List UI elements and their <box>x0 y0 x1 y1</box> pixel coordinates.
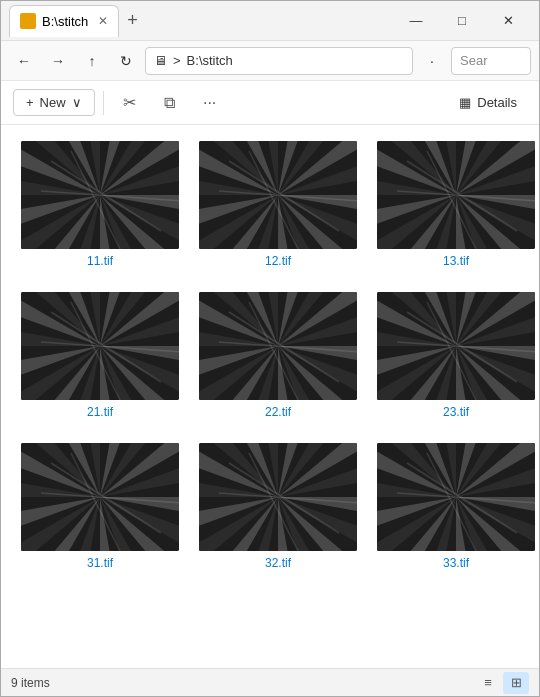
svg-rect-114 <box>199 292 357 400</box>
new-label: New <box>40 95 66 110</box>
computer-icon: 🖥 <box>154 53 167 68</box>
new-button[interactable]: + New ∨ <box>13 89 95 116</box>
tab-close-button[interactable]: ✕ <box>98 14 108 28</box>
file-name: 22.tif <box>265 405 291 419</box>
more-button[interactable]: ··· <box>192 87 228 119</box>
svg-rect-91 <box>21 292 179 400</box>
svg-rect-137 <box>377 292 535 400</box>
file-name: 21.tif <box>87 405 113 419</box>
svg-rect-160 <box>21 443 179 551</box>
cut-button[interactable]: ✂ <box>112 87 148 119</box>
current-tab[interactable]: B:\stitch ✕ <box>9 5 119 37</box>
details-icon: ▦ <box>459 95 471 110</box>
svg-rect-22 <box>21 141 179 249</box>
file-area: 11.tif 12.tif 13.tif 21.tif 22.tif 23.ti… <box>1 125 539 668</box>
tab-label: B:\stitch <box>42 14 88 29</box>
file-item[interactable]: 21.tif <box>17 288 183 423</box>
svg-rect-206 <box>377 443 535 551</box>
window-controls: — □ ✕ <box>393 1 531 41</box>
chevron-icon: > <box>173 53 181 68</box>
file-thumbnail <box>21 292 179 400</box>
list-view-button[interactable]: ≡ <box>475 672 501 694</box>
file-item[interactable]: 33.tif <box>373 439 539 574</box>
file-name: 32.tif <box>265 556 291 570</box>
copy-button[interactable]: ⧉ <box>152 87 188 119</box>
tab-area: B:\stitch ✕ + <box>9 5 393 37</box>
file-name: 23.tif <box>443 405 469 419</box>
file-grid: 11.tif 12.tif 13.tif 21.tif 22.tif 23.ti… <box>17 137 523 574</box>
file-thumbnail <box>21 443 179 551</box>
file-thumbnail <box>199 141 357 249</box>
new-tab-button[interactable]: + <box>127 10 138 31</box>
maximize-button[interactable]: □ <box>439 1 485 41</box>
navigation-bar: ← → ↑ ↻ 🖥 > B:\stitch · Sear <box>1 41 539 81</box>
search-box[interactable]: Sear <box>451 47 531 75</box>
search-placeholder: Sear <box>460 53 487 68</box>
file-item[interactable]: 22.tif <box>195 288 361 423</box>
file-thumbnail <box>199 443 357 551</box>
file-thumbnail <box>377 141 535 249</box>
forward-button[interactable]: → <box>43 46 73 76</box>
file-item[interactable]: 11.tif <box>17 137 183 272</box>
address-text: B:\stitch <box>187 53 233 68</box>
close-button[interactable]: ✕ <box>485 1 531 41</box>
status-bar: 9 items ≡ ⊞ <box>1 668 539 696</box>
details-button[interactable]: ▦ Details <box>449 90 527 115</box>
file-name: 13.tif <box>443 254 469 268</box>
item-count: 9 items <box>11 676 50 690</box>
file-item[interactable]: 31.tif <box>17 439 183 574</box>
file-thumbnail <box>377 443 535 551</box>
file-name: 33.tif <box>443 556 469 570</box>
file-thumbnail <box>199 292 357 400</box>
toolbar: + New ∨ ✂ ⧉ ··· ▦ Details <box>1 81 539 125</box>
up-button[interactable]: ↑ <box>77 46 107 76</box>
title-bar: B:\stitch ✕ + — □ ✕ <box>1 1 539 41</box>
file-thumbnail <box>21 141 179 249</box>
details-label: Details <box>477 95 517 110</box>
address-bar[interactable]: 🖥 > B:\stitch <box>145 47 413 75</box>
file-name: 31.tif <box>87 556 113 570</box>
dot-button[interactable]: · <box>417 46 447 76</box>
file-item[interactable]: 13.tif <box>373 137 539 272</box>
view-toggle: ≡ ⊞ <box>475 672 529 694</box>
file-name: 12.tif <box>265 254 291 268</box>
folder-icon <box>20 13 36 29</box>
new-chevron-icon: ∨ <box>72 95 82 110</box>
file-name: 11.tif <box>87 254 113 268</box>
file-thumbnail <box>377 292 535 400</box>
file-item[interactable]: 23.tif <box>373 288 539 423</box>
file-item[interactable]: 32.tif <box>195 439 361 574</box>
svg-rect-183 <box>199 443 357 551</box>
file-item[interactable]: 12.tif <box>195 137 361 272</box>
svg-rect-68 <box>377 141 535 249</box>
refresh-button[interactable]: ↻ <box>111 46 141 76</box>
back-button[interactable]: ← <box>9 46 39 76</box>
grid-view-button[interactable]: ⊞ <box>503 672 529 694</box>
svg-rect-45 <box>199 141 357 249</box>
toolbar-separator <box>103 91 104 115</box>
new-plus-icon: + <box>26 95 34 110</box>
minimize-button[interactable]: — <box>393 1 439 41</box>
